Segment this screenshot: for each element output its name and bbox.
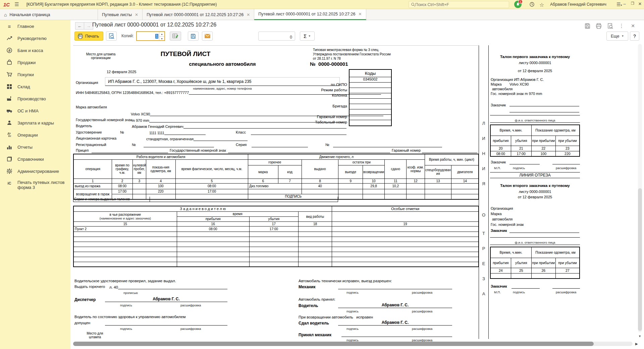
- favorites-star-icon[interactable]: ☆: [539, 2, 544, 8]
- main-menu-icon[interactable]: ☰: [14, 1, 19, 7]
- minimize-button[interactable]: –: [621, 1, 628, 6]
- sidebar-item-bank[interactable]: ₽ Банк и касса: [0, 44, 70, 56]
- sidebar-item-directories[interactable]: Справочники: [0, 153, 70, 165]
- sidebar-item-warehouse[interactable]: Склад: [0, 81, 70, 93]
- sigma-button[interactable]: Σ ▼: [300, 32, 315, 41]
- copies-input[interactable]: 1 ▲▼: [136, 31, 165, 41]
- talon1-title: Талон первого заказчика к путевому: [489, 55, 581, 59]
- vertical-scrollbar[interactable]: [638, 44, 642, 333]
- driver-value: Абрамов Геннадий Сергеевич: [132, 124, 183, 129]
- talon2-title: Талон второго заказчика к путевому: [489, 184, 581, 188]
- scroll-down-arrow-icon[interactable]: ▼: [638, 335, 641, 338]
- vertical-scrollbar-thumb[interactable]: [638, 188, 642, 331]
- help-button[interactable]: ?: [630, 32, 639, 41]
- talon2-table: Время, ч.мин. Показание одометра, км при…: [490, 247, 580, 279]
- sigma-icon: Σ: [304, 34, 307, 39]
- sidebar-item-purchases[interactable]: Покупки: [0, 68, 70, 81]
- sidebar-item-operations[interactable]: Дт Кт Операции: [0, 129, 70, 141]
- tab-close-icon[interactable]: ✕: [247, 12, 250, 17]
- global-search[interactable]: [409, 1, 509, 8]
- table-settings-button[interactable]: [170, 32, 181, 41]
- sidebar-item-label: Склад: [17, 84, 30, 89]
- series-no-sign: №: [325, 143, 329, 147]
- series-label: Серия: [236, 143, 247, 147]
- license-no-sign: №: [120, 130, 124, 134]
- dispatcher-label: Диспетчер: [74, 297, 96, 302]
- close-document-button[interactable]: ✕: [629, 22, 637, 30]
- codes-table: Коды 0345002: [349, 69, 392, 126]
- restore-button[interactable]: ❒: [629, 1, 636, 6]
- dtkt-icon: Дт Кт: [5, 132, 13, 138]
- person-icon: [5, 119, 13, 126]
- dispatcher-value: Абрамов Г. С.: [105, 295, 227, 302]
- okpo-label: по ОКПО: [331, 83, 347, 87]
- search-input[interactable]: [415, 2, 502, 7]
- talon1-table: Время, ч.мин. Показание одометра, км при…: [490, 124, 580, 157]
- sidebar-item-administration[interactable]: Администрирование: [0, 165, 70, 177]
- user-name[interactable]: Абрамов Геннадий Сергеевич: [550, 2, 606, 7]
- vehicle-brand-value: Volvo XC90: [131, 112, 150, 116]
- cart-icon: [5, 71, 13, 78]
- sidebar-item-label: ОС и НМА: [17, 108, 39, 113]
- tab-waybill-2-active[interactable]: Путевой лист 0000-000001 от 12.02.2025 1…: [254, 9, 366, 20]
- sidebar-item-payroll[interactable]: Зарплата и кадры: [0, 117, 70, 129]
- sidebar-item-fixed-assets[interactable]: ОС и НМА: [0, 105, 70, 117]
- okpo-code-value: 0345002: [350, 77, 391, 83]
- tab-label: Начальная страница: [9, 12, 50, 17]
- sum-field[interactable]: [258, 32, 295, 41]
- close-window-button[interactable]: ✕: [637, 1, 643, 6]
- copies-value: 1: [155, 34, 158, 39]
- scroll-right-arrow-icon[interactable]: ▶: [635, 342, 638, 346]
- sidebar-item-print-waybills[interactable]: iC Печать путевых листов форма 3: [0, 177, 70, 193]
- sidebar-item-label: Главное: [17, 24, 34, 29]
- history-icon[interactable]: [529, 2, 535, 8]
- tab-waybill-1[interactable]: Путевой лист 0000-000001 от 12.02.2025 1…: [143, 9, 254, 20]
- stamp-place-note: Место для штампаорганизации: [78, 52, 123, 60]
- work-group-header: Работа водителя и автомобиля: [73, 154, 248, 159]
- sidebar-item-main[interactable]: ≡ Главное: [0, 20, 70, 32]
- preview-icon[interactable]: [606, 22, 614, 30]
- books-icon: [5, 156, 13, 162]
- ruble-icon: ₽: [5, 47, 13, 54]
- handed-driver-label: Сдал водитель: [299, 321, 329, 326]
- print-button-label: Печать: [85, 34, 99, 39]
- registration-no-sign: №: [132, 143, 136, 147]
- svg-text:₽: ₽: [8, 49, 10, 52]
- notifications-bell-icon[interactable]: 1: [514, 1, 522, 8]
- sidebar: ≡ Главное Руководителю ₽ Банк и касса Пр…: [0, 20, 70, 349]
- 1c-logo-icon: 1С: [3, 2, 10, 7]
- brigade-label: Бригада: [332, 104, 347, 108]
- tab-close-icon[interactable]: ✕: [135, 12, 138, 17]
- fuel-caption: прописью: [123, 291, 138, 295]
- tab-close-icon[interactable]: ✕: [358, 12, 362, 16]
- title-bar: 1С ☰ [КОПИЯ] Бухгалтерия предприятия КОР…: [0, 0, 644, 9]
- license-card-label: Лицензионная карточка: [76, 136, 116, 140]
- forward-button[interactable]: →: [84, 22, 93, 30]
- print-icon[interactable]: [595, 22, 602, 30]
- more-button[interactable]: Еще▼: [606, 32, 628, 41]
- more-dots-icon[interactable]: ⋮: [618, 22, 625, 30]
- print-form-area: Место для штампаорганизации ПУТЕВОЙ ЛИСТ…: [70, 42, 644, 349]
- tab-bar: ⌂ Начальная страница Путевые листы ✕ Пут…: [0, 9, 644, 20]
- sidebar-item-sales[interactable]: Продажи: [0, 56, 70, 68]
- save-file-button[interactable]: [188, 32, 199, 41]
- driver-sign-value: Абрамов Г. С.: [338, 301, 452, 308]
- print-button[interactable]: ✓ Печать: [74, 32, 103, 41]
- print-preview-button[interactable]: [106, 32, 117, 41]
- horizontal-scrollbar[interactable]: [73, 342, 633, 346]
- horizontal-scrollbar-thumb[interactable]: [73, 342, 594, 346]
- sidebar-item-reports[interactable]: Отчеты: [0, 141, 70, 153]
- fuel-group-header: Движение горючего, л: [248, 154, 425, 159]
- sidebar-item-label: Зарплата и кадры: [17, 120, 54, 126]
- tab-home[interactable]: ⌂ Начальная страница: [0, 9, 98, 20]
- email-button[interactable]: [202, 32, 213, 41]
- copies-stepper[interactable]: ▲▼: [159, 32, 164, 40]
- save-icon[interactable]: [584, 22, 591, 30]
- back-button[interactable]: ←: [75, 22, 84, 30]
- worktime-group-header: Время работы, ч, мин. (цикл): [425, 154, 479, 165]
- notes-header: Особые отметки: [332, 206, 479, 211]
- sidebar-item-manager[interactable]: Руководителю: [0, 32, 70, 44]
- tab-waybills-list[interactable]: Путевые листы ✕: [98, 9, 143, 20]
- sidebar-item-production[interactable]: Производство: [0, 93, 70, 105]
- document-title: Путевой лист 0000-000001 от 12.02.2025 1…: [92, 22, 216, 28]
